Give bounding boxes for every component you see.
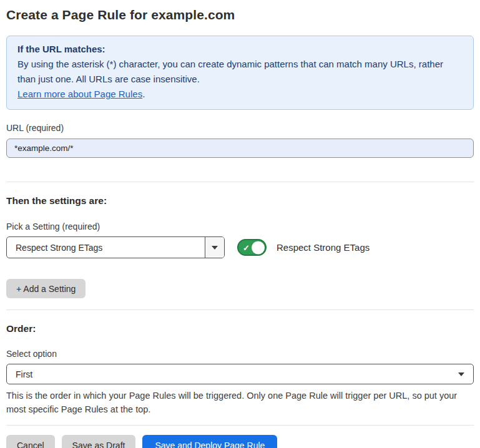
url-match-info-box: If the URL matches: By using the asteris…: [6, 36, 474, 110]
url-field-label: URL (required): [6, 123, 474, 133]
toggle-knob: [252, 241, 265, 254]
page-title: Create a Page Rule for example.com: [6, 7, 474, 22]
page-rule-form: Create a Page Rule for example.com If th…: [0, 0, 480, 448]
order-select-label: Select option: [6, 349, 474, 359]
setting-dropdown-value: Respect Strong ETags: [7, 237, 205, 258]
setting-dropdown-caret-button[interactable]: [205, 237, 224, 258]
etags-toggle-label: Respect Strong ETags: [277, 242, 370, 253]
cancel-button[interactable]: Cancel: [6, 435, 55, 448]
order-dropdown[interactable]: First: [6, 364, 474, 384]
url-input[interactable]: [6, 139, 474, 158]
divider: [6, 182, 474, 182]
learn-more-link[interactable]: Learn more about Page Rules: [17, 89, 142, 99]
setting-row: Respect Strong ETags ✓ Respect Strong ET…: [6, 236, 474, 258]
info-box-link-line: Learn more about Page Rules.: [17, 87, 463, 102]
info-box-body: By using the asterisk (*) character, you…: [17, 57, 463, 87]
save-as-draft-button[interactable]: Save as Draft: [62, 435, 136, 448]
divider: [6, 309, 474, 310]
divider: [6, 425, 474, 426]
settings-section-heading: Then the settings are:: [6, 195, 474, 207]
order-section-heading: Order:: [6, 323, 474, 334]
chevron-down-icon: [212, 246, 218, 250]
checkmark-icon: ✓: [243, 243, 250, 251]
order-dropdown-value: First: [16, 369, 32, 379]
chevron-down-icon: [458, 373, 464, 376]
form-actions: Cancel Save as Draft Save and Deploy Pag…: [6, 435, 474, 448]
pick-setting-label: Pick a Setting (required): [6, 222, 474, 231]
add-setting-button[interactable]: + Add a Setting: [6, 279, 86, 298]
info-box-heading: If the URL matches:: [17, 42, 463, 57]
setting-dropdown[interactable]: Respect Strong ETags: [6, 236, 225, 258]
link-period: .: [142, 89, 145, 99]
save-and-deploy-button[interactable]: Save and Deploy Page Rule: [142, 435, 277, 448]
order-help-text: This is the order in which your Page Rul…: [6, 389, 474, 416]
etags-toggle[interactable]: ✓: [237, 239, 267, 256]
